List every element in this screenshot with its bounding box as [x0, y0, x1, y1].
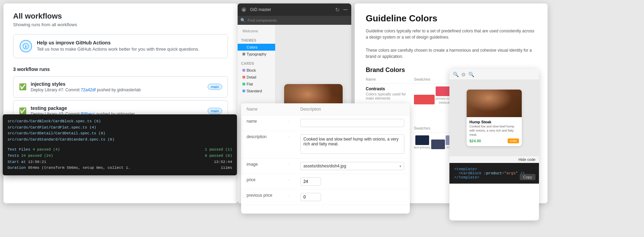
- svg-text:G: G: [242, 8, 245, 12]
- themes-section-label: THEMES: [238, 37, 275, 44]
- component-card-desc: Cooked low and slow beef hump with onion…: [469, 125, 519, 137]
- col-name: Name: [366, 77, 414, 84]
- page-title: All workflows: [13, 12, 228, 21]
- form-row-price: price -: [241, 174, 410, 189]
- search-bar[interactable]: 🔍 Find components: [238, 16, 351, 25]
- help-icon: i: [20, 40, 32, 52]
- sidebar-welcome[interactable]: Welcome: [238, 28, 275, 34]
- chevron-down-icon: ▾: [399, 164, 401, 168]
- contrast-sub: Colors typically used for main elements: [366, 92, 414, 100]
- workflow-item-1[interactable]: ✅ injecting styles Deploy Library #7: Co…: [13, 76, 228, 97]
- form-col-dash: [282, 103, 295, 115]
- search-placeholder: Find components: [248, 18, 277, 22]
- duration-label: Duration: [8, 166, 26, 170]
- test-files-passed: 4 passed (4): [33, 147, 60, 152]
- zoom-in-icon[interactable]: 🔍: [468, 72, 474, 77]
- component-window: 🔍 ⊙ 🔍 Hump Steak Cooked low and slow bee…: [449, 69, 539, 220]
- duration-val: 954ms (transform 506ms, setup 0ms, colle…: [28, 166, 130, 170]
- workflow-meta-1: Deploy Library #7: Commit 72a42df pushed…: [31, 87, 204, 92]
- check-icon-2: ✅: [19, 107, 27, 115]
- sidebar-flat[interactable]: Flat: [238, 81, 275, 87]
- check-icon-1: ✅: [19, 83, 27, 91]
- svg-text:i: i: [25, 44, 26, 49]
- help-banner: i Help us improve GitHub Actions Tell us…: [13, 34, 228, 58]
- component-card-title: Hump Steak: [469, 120, 519, 124]
- guidelines-title: Guideline Colors: [366, 13, 537, 24]
- right-test-files: 1 passed (1): [205, 147, 232, 153]
- branch-badge-1: main: [208, 84, 222, 90]
- cards-section-label: CARDS: [238, 60, 275, 67]
- form-row-name: name -: [241, 115, 410, 131]
- hide-code-bar[interactable]: Hide code: [449, 156, 539, 163]
- commit-link-1[interactable]: 72a42df: [81, 87, 95, 92]
- form-table: Name Description name - description - im…: [241, 103, 410, 205]
- workflow-name-1: injecting styles: [31, 81, 204, 87]
- branch-badge-2: main: [208, 108, 222, 114]
- tests-label: Tests: [8, 154, 19, 158]
- form-window: Name Description name - description - im…: [241, 103, 410, 214]
- svg-rect-4: [343, 9, 347, 10]
- test-files-label: Test Files: [8, 147, 30, 152]
- sidebar-typography[interactable]: Typography: [238, 51, 275, 58]
- code-block: <template> <CardBlock :product="args" />…: [449, 163, 539, 184]
- sidebar-block[interactable]: Block: [238, 67, 275, 74]
- component-toolbar: 🔍 ⊙ 🔍: [449, 69, 539, 80]
- help-desc: Tell us how to make GitHub Actions work …: [37, 47, 199, 52]
- page-subtitle: Showing runs from all workflows: [13, 22, 228, 27]
- window-controls: [343, 7, 348, 12]
- description-textarea[interactable]: [300, 134, 404, 154]
- form-row-prev-price: previous price -: [241, 189, 410, 205]
- form-row-description: description -: [241, 131, 410, 158]
- reset-zoom-icon[interactable]: ⊙: [461, 72, 466, 77]
- start-label: Start at: [8, 160, 26, 164]
- design-logo-icon: G: [241, 7, 247, 12]
- sidebar-colors[interactable]: Colors: [238, 44, 275, 51]
- component-card-preview: Hump Steak Cooked low and slow beef hump…: [467, 90, 522, 146]
- component-canvas: Hump Steak Cooked low and slow beef hump…: [449, 80, 539, 156]
- start-time: 13:50:21: [28, 160, 46, 164]
- search-icon: 🔍: [240, 18, 246, 23]
- terminal-window: src/cards/CardBlock/CardBlock.spec.ts (6…: [3, 114, 237, 175]
- runs-header: 3 workflow runs: [13, 66, 228, 72]
- sidebar-standard[interactable]: Standard: [238, 87, 275, 94]
- guidelines-desc2: These colors are carefully chosen to cre…: [366, 47, 537, 60]
- tests-passed: 24 passed (24): [21, 154, 53, 158]
- right-duration: 111ms: [221, 165, 232, 171]
- help-title: Help us improve GitHub Actions: [37, 40, 199, 45]
- workflow-name-2: testing package: [31, 105, 204, 111]
- contrast-label: Contrasts: [366, 86, 414, 91]
- form-col-desc: Description: [295, 103, 410, 115]
- copy-button[interactable]: Copy: [520, 174, 536, 180]
- right-start: 13:52:44: [214, 159, 232, 165]
- sidebar-detail[interactable]: Detail: [238, 74, 275, 81]
- form-row-image: image - assets/dishes/dish4.jpg ▾: [241, 158, 410, 174]
- app-name: GID master: [250, 7, 271, 12]
- component-card-price: $24.00: [469, 139, 481, 143]
- guidelines-desc1: Guideline colors typically refer to a se…: [366, 28, 537, 40]
- right-tests: 8 passed (8): [205, 153, 232, 159]
- zoom-out-icon[interactable]: 🔍: [453, 72, 459, 77]
- form-col-name: Name: [241, 103, 282, 115]
- code-line-1: <template>: [454, 167, 534, 171]
- image-select[interactable]: assets/dishes/dish4.jpg ▾: [300, 162, 404, 170]
- design-toolbar: G GID master ↻: [238, 3, 351, 16]
- component-order-button[interactable]: order: [508, 138, 519, 143]
- component-card-image: [467, 90, 522, 117]
- refresh-icon: ↻: [335, 7, 340, 13]
